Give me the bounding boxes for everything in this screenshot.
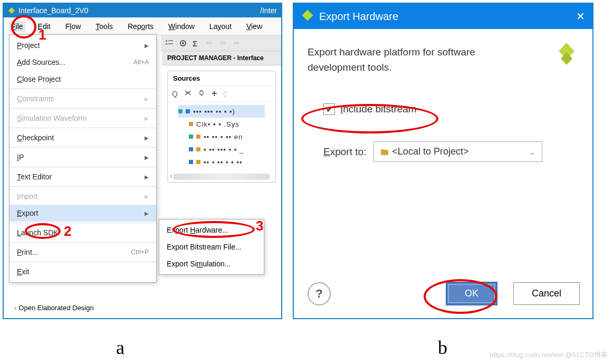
svg-point-6 (182, 42, 184, 44)
path-suffix: /Inter (260, 6, 277, 15)
cut3-icon[interactable]: ✂ (234, 39, 242, 47)
sources-toolbar: Q + ▯ (168, 85, 275, 102)
dialog-body: Export hardware platform for software de… (294, 29, 592, 318)
include-bitstream-row[interactable]: ✔ Include bitstream (323, 103, 579, 115)
svg-marker-7 (302, 9, 313, 21)
menu-view[interactable]: View (244, 21, 264, 32)
export-to-select[interactable]: <Local to Project> ⌄ (373, 141, 542, 162)
svg-rect-3 (166, 43, 167, 45)
panel-label-a: a (116, 337, 124, 359)
svg-marker-0 (8, 7, 15, 14)
search-icon[interactable]: Q (172, 90, 178, 98)
sources-title: Sources (168, 71, 275, 85)
file-menu-item: Simulation Waveform▶ (9, 110, 156, 127)
dialog-title-bar: Export Hardware ✕ (294, 4, 592, 29)
svg-rect-11 (381, 149, 384, 151)
menu-bar: File Edit Flow Tools Reports Window Layo… (4, 17, 281, 35)
help-button[interactable]: ? (308, 282, 331, 305)
chevron-down-icon: ⌄ (529, 148, 535, 156)
menu-reports[interactable]: Reports (126, 21, 156, 32)
project-manager-header: PROJECT MANAGER - Interface (162, 51, 281, 65)
file-menu-item: Constraints▶ (9, 90, 156, 107)
file-menu-item[interactable]: Text Editor▶ (9, 168, 156, 185)
include-bitstream-label: Include bitstream (340, 103, 417, 115)
horizontal-scrollbar[interactable] (173, 174, 270, 180)
dialog-description: Export hardware platform for software de… (308, 45, 519, 75)
cut-icon[interactable]: ✂ (206, 39, 215, 47)
file-menu-item[interactable]: Close Project (9, 71, 156, 88)
export-submenu-item[interactable]: Export Bitstream File... (159, 238, 264, 255)
app-icon (301, 9, 314, 24)
export-submenu-item[interactable]: Export Simulation... (159, 255, 264, 272)
close-icon[interactable]: ✕ (576, 10, 585, 23)
watermark: https://blog.csdn.net/wei @51CTO博客 (490, 350, 608, 360)
file-menu-item[interactable]: Print...Ctrl+P (9, 244, 156, 261)
content-area: PROJECT MANAGER - Interface Sources Q + … (162, 51, 281, 318)
svg-rect-1 (166, 40, 167, 42)
doc-icon[interactable]: ▯ (223, 90, 227, 98)
export-hardware-dialog: Export Hardware ✕ Export hardware platfo… (293, 3, 593, 319)
menu-flow[interactable]: Flow (63, 21, 83, 32)
folder-icon (380, 148, 389, 156)
dialog-button-row: OK Cancel (446, 282, 580, 305)
cut2-icon[interactable]: ✂ (220, 39, 228, 47)
expand-icon[interactable] (198, 89, 205, 98)
sigma-icon[interactable]: Σ (193, 39, 201, 47)
include-bitstream-checkbox[interactable]: ✔ (323, 103, 335, 115)
xilinx-icon (553, 42, 580, 68)
menu-window[interactable]: Window (166, 21, 197, 32)
file-menu-item[interactable]: Project▶ (9, 37, 156, 54)
dialog-title: Export Hardware (319, 11, 398, 23)
cancel-button[interactable]: Cancel (513, 282, 580, 305)
menu-tools[interactable]: Tools (93, 21, 115, 32)
vivado-main-window: Interface_Board_2V0 /Inter File Edit Flo… (3, 3, 282, 319)
sources-panel: Sources Q + ▯ ▪▪▪ ▪▪▪ ▪▪ ▪ ▪) Clk▪ ▪ ▪ .… (167, 71, 276, 183)
svg-rect-2 (168, 40, 173, 41)
gear-icon[interactable] (179, 39, 187, 47)
file-menu-item[interactable]: Export▶ (9, 205, 156, 222)
elaborated-design-item[interactable]: ›Open Elaborated Design (14, 304, 94, 312)
ok-button[interactable]: OK (446, 282, 497, 305)
file-menu-item[interactable]: Exit (9, 263, 156, 280)
menu-file[interactable]: File (9, 21, 25, 32)
file-menu-item[interactable]: Add Sources...Alt+A (9, 54, 156, 71)
file-menu-item[interactable]: Launch SDK (9, 224, 156, 241)
file-menu-item[interactable]: Checkpoint▶ (9, 129, 156, 146)
app-icon (8, 7, 15, 14)
title-bar: Interface_Board_2V0 /Inter (4, 4, 281, 17)
menu-layout[interactable]: Layout (207, 21, 234, 32)
source-tree[interactable]: ▪▪▪ ▪▪▪ ▪▪ ▪ ▪) Clk▪ ▪ ▪ .Sys ▪▪ ▪▪ ▪ ▪▪… (168, 102, 275, 171)
svg-rect-4 (168, 43, 173, 44)
checklist-icon[interactable] (165, 39, 174, 47)
export-submenu: Export Hardware...Export Bitstream File.… (159, 219, 264, 275)
collapse-icon[interactable] (184, 89, 191, 98)
file-dropdown-menu: Project▶Add Sources...Alt+AClose Project… (9, 34, 157, 283)
file-menu-item: Import▶ (9, 188, 156, 205)
export-submenu-item[interactable]: Export Hardware... (159, 222, 264, 238)
add-icon[interactable]: + (212, 88, 217, 99)
export-to-label: Export to: (323, 146, 366, 158)
export-to-row: Export to: <Local to Project> ⌄ (323, 141, 579, 162)
menu-edit[interactable]: Edit (36, 21, 53, 32)
project-name: Interface_Board_2V0 (18, 6, 88, 15)
file-menu-item[interactable]: IP▶ (9, 149, 156, 166)
toolbar: Σ ✂ ✂ ✂ (161, 35, 281, 51)
panel-label-b: b (438, 337, 447, 359)
